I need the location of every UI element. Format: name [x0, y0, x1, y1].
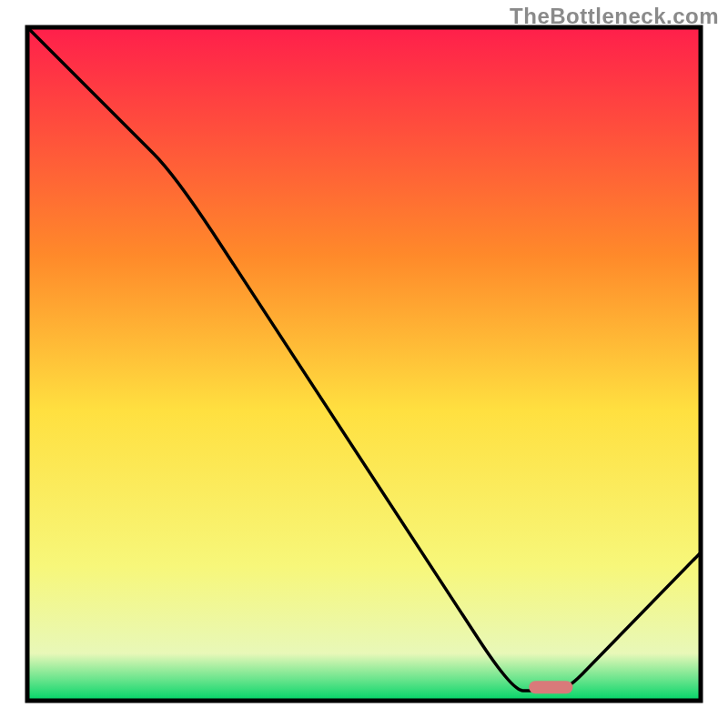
watermark-text: TheBottleneck.com — [510, 4, 719, 29]
chart-container: TheBottleneck.com — [0, 0, 728, 728]
bottleneck-chart — [0, 0, 728, 728]
optimal-range-marker — [529, 681, 572, 693]
plot-area — [27, 27, 701, 701]
